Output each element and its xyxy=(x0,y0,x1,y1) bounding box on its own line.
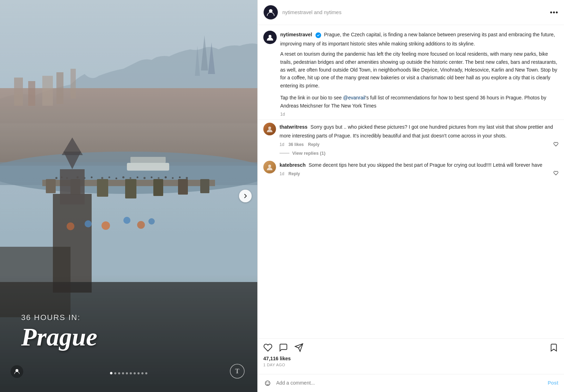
svg-point-50 xyxy=(137,221,145,229)
dot-2[interactable] xyxy=(114,372,116,374)
caption-timestamp: 1d xyxy=(280,112,558,117)
right-panel: nytimestravel and nytimes ••• nytimestra… xyxy=(257,0,564,392)
comment-heart-2[interactable] xyxy=(553,171,558,177)
header-primary-username: nytimestravel xyxy=(282,10,312,15)
comment-body-1: thatwritress Sorry guys but .. who picke… xyxy=(280,123,558,148)
caption-mention[interactable]: @evanrail xyxy=(343,95,365,100)
add-comment-row: ☺ Post xyxy=(258,374,564,392)
svg-point-48 xyxy=(102,221,110,230)
comment-input-field[interactable] xyxy=(276,380,544,386)
caption-full-text: A reset on tourism during the pandemic h… xyxy=(280,50,558,110)
action-bar: 47,116 likes 1 DAY AGO xyxy=(258,338,564,374)
caption-text-line1: Prague, the Czech capital, is finding a … xyxy=(280,32,555,47)
bookmark-button[interactable] xyxy=(549,343,558,352)
caption-body: nytimestravel Prague, the Czech capital,… xyxy=(280,30,558,117)
comment-button[interactable] xyxy=(279,343,288,352)
share-button[interactable] xyxy=(294,343,304,352)
comments-area: thatwritress Sorry guys but .. who picke… xyxy=(258,120,564,338)
post-date: 1 DAY AGO xyxy=(263,363,558,367)
comment-post-button[interactable]: Post xyxy=(548,380,558,386)
svg-point-59 xyxy=(268,127,271,129)
photo-subtitle: 36 HOURS IN: xyxy=(21,313,97,322)
action-icons-row xyxy=(263,343,558,352)
caption-username[interactable]: nytimestravel xyxy=(280,32,312,37)
comment-username-1[interactable]: thatwritress xyxy=(280,124,307,130)
header-secondary-username: nytimes xyxy=(324,10,342,15)
comment-item-1: thatwritress Sorry guys but .. who picke… xyxy=(263,123,558,148)
verified-icon xyxy=(315,32,321,38)
comment-heart-1[interactable] xyxy=(553,142,558,148)
dot-7[interactable] xyxy=(134,372,136,374)
caption-text-part3: Tap the link in our bio to see xyxy=(280,95,343,100)
comment-text-2: Some decent tips here but you skipped th… xyxy=(308,162,542,168)
comment-reply-button-2[interactable]: Reply xyxy=(288,171,300,176)
dot-10[interactable] xyxy=(145,372,147,374)
next-photo-arrow[interactable] xyxy=(239,190,252,202)
svg-point-52 xyxy=(85,220,92,227)
view-replies-line xyxy=(280,153,289,153)
comment-username-2[interactable]: katebresch xyxy=(280,162,306,168)
comment-meta-2: 1d Reply xyxy=(280,171,558,177)
header-and-text: and xyxy=(314,10,322,15)
dot-3[interactable] xyxy=(118,372,120,374)
comment-time-1: 1d xyxy=(280,142,284,147)
dot-4[interactable] xyxy=(122,372,124,374)
comment-reply-button-1[interactable]: Reply xyxy=(308,142,320,147)
photo-panel: 36 HOURS IN: Prague T xyxy=(0,0,257,392)
header-more-button[interactable]: ••• xyxy=(550,8,558,17)
dot-5[interactable] xyxy=(126,372,128,374)
svg-point-49 xyxy=(123,217,130,224)
caption-para3: Tap the link in our bio to see @evanrail… xyxy=(280,94,558,110)
svg-point-51 xyxy=(148,218,155,225)
svg-point-60 xyxy=(268,165,271,167)
post-header: nytimestravel and nytimes ••• xyxy=(258,0,564,25)
comment-likes-1: 36 likes xyxy=(288,142,304,147)
comment-avatar-katebresch[interactable] xyxy=(263,161,276,173)
dot-6[interactable] xyxy=(130,372,132,374)
view-replies-text[interactable]: View replies (1) xyxy=(292,151,325,156)
svg-point-58 xyxy=(269,35,271,38)
caption-avatar[interactable] xyxy=(263,31,277,44)
photo-profile-icon[interactable] xyxy=(11,365,23,378)
dot-1[interactable] xyxy=(110,372,112,374)
comment-meta-1: 1d 36 likes Reply xyxy=(280,142,558,148)
comment-avatar-thatwritress[interactable] xyxy=(263,123,276,135)
view-replies-1[interactable]: View replies (1) xyxy=(280,151,558,156)
likes-count: 47,116 likes xyxy=(263,356,558,361)
svg-point-53 xyxy=(67,222,74,230)
caption-para2: A reset on tourism during the pandemic h… xyxy=(280,50,558,90)
caption-user-row: nytimestravel Prague, the Czech capital,… xyxy=(263,30,558,117)
photo-watermark: T xyxy=(230,364,245,380)
header-username-text[interactable]: nytimestravel and nytimes xyxy=(282,10,550,15)
comment-emoji-button[interactable]: ☺ xyxy=(263,378,272,388)
photo-title-block: 36 HOURS IN: Prague xyxy=(21,313,97,350)
comment-text-1: Sorry guys but .. who picked these pictu… xyxy=(280,124,553,139)
comment-item-2: katebresch Some decent tips here but you… xyxy=(263,161,558,177)
dot-8[interactable] xyxy=(137,372,140,374)
comment-time-2: 1d xyxy=(280,171,284,176)
like-button[interactable] xyxy=(263,343,272,352)
comment-body-2: katebresch Some decent tips here but you… xyxy=(280,161,558,177)
caption-area: nytimestravel Prague, the Czech capital,… xyxy=(258,25,564,120)
photo-dots-indicator xyxy=(110,372,147,374)
caption-verified-badge xyxy=(315,32,321,38)
header-avatar[interactable] xyxy=(263,5,278,20)
dot-9[interactable] xyxy=(141,372,143,374)
photo-main-title: Prague xyxy=(21,324,97,350)
svg-text:T: T xyxy=(235,368,239,375)
